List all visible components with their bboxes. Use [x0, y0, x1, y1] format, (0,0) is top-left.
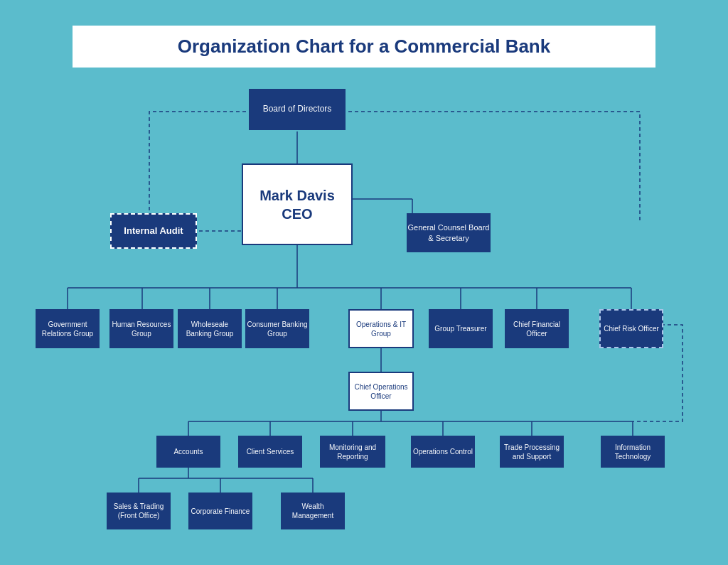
coo-node: Chief Operations Officer [348, 372, 414, 411]
chart-area: Board of Directors Mark DavisCEO Interna… [0, 68, 728, 565]
page-title: Organization Chart for a Commercial Bank [101, 36, 627, 58]
sales-trading-node: Sales & Trading (Front Office) [107, 493, 171, 529]
information-tech-node: Information Technology [601, 436, 665, 468]
internal-audit-node: Internal Audit [110, 213, 197, 249]
ceo-node: Mark DavisCEO [242, 163, 353, 245]
cfo-node: Chief Financial Officer [505, 309, 569, 348]
accounts-node: Accounts [156, 436, 220, 468]
trade-processing-node: Trade Processing and Support [500, 436, 564, 468]
operations-control-node: Operations Control [411, 436, 475, 468]
cro-node: Chief Risk Officer [599, 309, 663, 348]
title-box: Organization Chart for a Commercial Bank [73, 26, 655, 68]
gov-relations-node: Government Relations Group [36, 309, 100, 348]
general-counsel-node: General Counsel Board & Secretary [407, 213, 491, 252]
wealth-mgmt-node: Wealth Management [281, 493, 345, 529]
monitoring-node: Monitoring and Reporting [320, 436, 385, 468]
page: Organization Chart for a Commercial Bank [0, 0, 728, 565]
operations-it-node: Operations & IT Group [348, 309, 414, 348]
consumer-banking-node: Consumer Banking Group [245, 309, 309, 348]
group-treasurer-node: Group Treasurer [429, 309, 493, 348]
corporate-finance-node: Corporate Finance [188, 493, 252, 529]
human-resources-node: Human Resources Group [109, 309, 173, 348]
wholesale-node: Wholeseale Banking Group [178, 309, 242, 348]
client-services-node: Client Services [238, 436, 302, 468]
board-node: Board of Directors [249, 89, 346, 130]
